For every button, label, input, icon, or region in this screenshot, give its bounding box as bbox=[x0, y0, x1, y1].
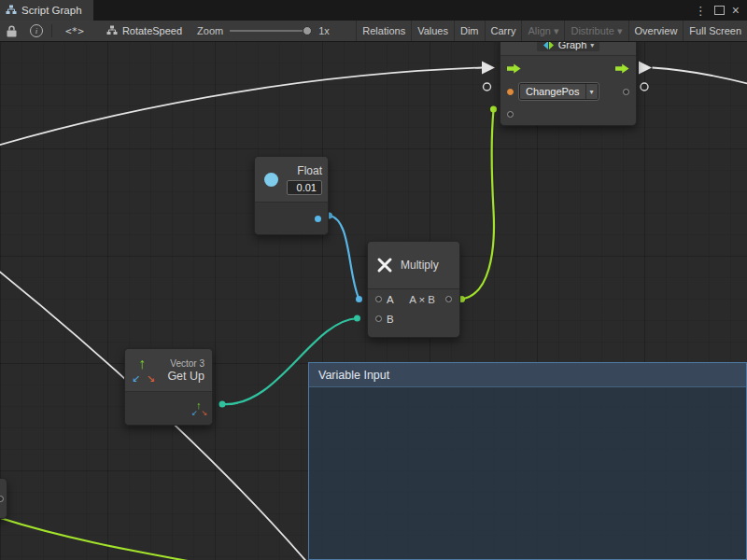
float-value-field[interactable]: 0.01 bbox=[287, 180, 322, 195]
info-icon: i bbox=[30, 24, 43, 37]
dim-button[interactable]: Dim bbox=[454, 21, 485, 41]
graph-asset-icon bbox=[106, 25, 118, 36]
multiply-icon bbox=[375, 256, 394, 274]
flow-out-port[interactable] bbox=[615, 63, 629, 74]
float-literal-node[interactable]: Float 0.01 bbox=[254, 156, 329, 235]
float-value: 0.01 bbox=[297, 182, 317, 193]
window-controls: ⋮ × bbox=[695, 4, 747, 17]
caret-down-icon: ▾ bbox=[585, 84, 598, 99]
get-up-node-title: Get Up bbox=[167, 370, 204, 383]
code-preview-label: <*> bbox=[65, 25, 84, 37]
maximize-icon[interactable] bbox=[714, 6, 725, 15]
graph-name: RotateSpeed bbox=[122, 25, 182, 36]
multiply-node-title: Multiply bbox=[401, 259, 439, 272]
zoom-value: 1x bbox=[318, 25, 330, 36]
vector3-output-port[interactable]: ↑↙↘ bbox=[192, 401, 206, 416]
values-button[interactable]: Values bbox=[411, 21, 454, 41]
multiply-node[interactable]: Multiply A A × B B bbox=[367, 241, 460, 338]
distribute-button[interactable]: Distribute ▾ bbox=[564, 21, 627, 41]
group-title: Variable Input bbox=[318, 369, 389, 382]
variable-name-port[interactable] bbox=[507, 89, 514, 95]
align-button[interactable]: Align ▾ bbox=[521, 21, 564, 41]
zoom-slider-track[interactable] bbox=[230, 30, 312, 32]
transform-up-icon: ↑↙↘ bbox=[133, 358, 155, 383]
group-header[interactable]: Variable Input bbox=[309, 363, 746, 387]
flow-in-port[interactable] bbox=[507, 63, 521, 74]
variable-name: ChangePos bbox=[526, 86, 580, 97]
float-type-icon bbox=[264, 173, 278, 187]
info-button[interactable]: i bbox=[23, 21, 49, 41]
zoom-control: Zoom 1x bbox=[197, 25, 330, 36]
lock-icon bbox=[7, 25, 17, 37]
close-icon[interactable]: × bbox=[732, 4, 740, 17]
graph-toolbar: i <*> RotateSpeed Zoom 1x Relations Valu… bbox=[0, 21, 747, 42]
variable-input-group: Variable Input bbox=[308, 362, 747, 560]
script-graph-icon bbox=[6, 5, 17, 16]
tab-bar: Script Graph ⋮ × bbox=[0, 0, 747, 21]
full-screen-button[interactable]: Full Screen bbox=[683, 21, 747, 41]
float-node-title: Float bbox=[297, 164, 322, 177]
get-up-node[interactable]: ↑↙↘ Vector 3 Get Up ↑↙↘ bbox=[124, 348, 213, 426]
tab-title: Script Graph bbox=[21, 5, 82, 16]
multiply-a-port[interactable] bbox=[375, 296, 382, 302]
multiply-result-port[interactable] bbox=[445, 296, 452, 302]
value-output-port[interactable] bbox=[623, 89, 629, 95]
lock-button[interactable] bbox=[0, 21, 23, 41]
toolbar-separator bbox=[51, 24, 52, 37]
multiply-b-port[interactable] bbox=[375, 315, 382, 322]
variable-name-dropdown[interactable]: ChangePos ▾ bbox=[519, 83, 599, 100]
set-variable-node[interactable]: Graph ▾ ChangePos ▾ bbox=[500, 34, 637, 126]
offscreen-node-port[interactable] bbox=[0, 496, 4, 502]
code-preview-button[interactable]: <*> bbox=[54, 21, 95, 41]
value-input-port[interactable] bbox=[507, 111, 514, 118]
get-up-type-label: Vector 3 bbox=[170, 358, 204, 369]
graph-breadcrumb[interactable]: RotateSpeed bbox=[106, 25, 182, 36]
multiply-result-label: A × B bbox=[409, 294, 435, 305]
overview-button[interactable]: Overview bbox=[628, 21, 684, 41]
zoom-slider-thumb[interactable] bbox=[303, 26, 312, 35]
multiply-b-label: B bbox=[387, 314, 394, 325]
tab-script-graph[interactable]: Script Graph bbox=[0, 0, 93, 21]
menu-icon[interactable]: ⋮ bbox=[695, 5, 707, 17]
relations-button[interactable]: Relations bbox=[356, 21, 411, 41]
offscreen-node[interactable] bbox=[0, 478, 7, 519]
carry-button[interactable]: Carry bbox=[485, 21, 522, 41]
zoom-label: Zoom bbox=[197, 25, 223, 36]
zoom-slider[interactable] bbox=[230, 25, 312, 36]
toolbar-buttons: Relations Values Dim Carry Align ▾ Distr… bbox=[356, 21, 747, 41]
float-output-port[interactable] bbox=[315, 216, 321, 222]
multiply-a-label: A bbox=[387, 294, 394, 305]
